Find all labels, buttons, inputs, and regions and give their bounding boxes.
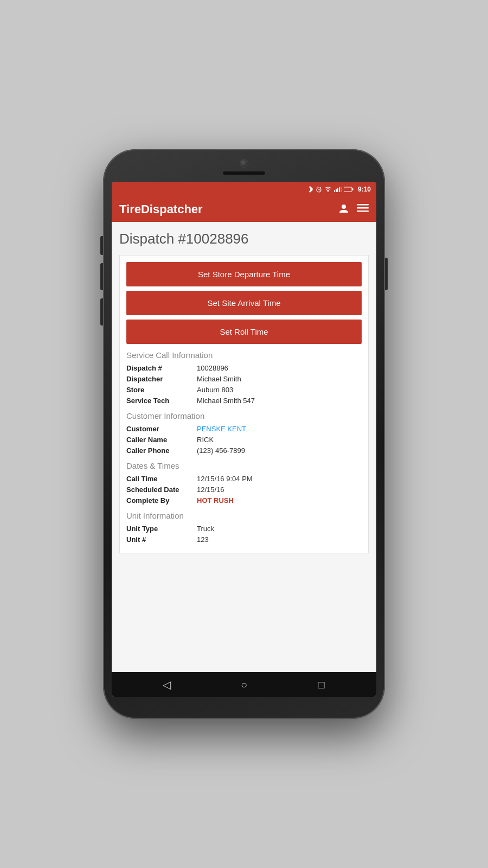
svg-rect-16 (357, 207, 369, 209)
store-row: Store Auburn 803 (126, 386, 362, 394)
logo-thin: Tire (119, 202, 141, 216)
svg-rect-6 (334, 190, 335, 192)
unit-type-value: Truck (197, 525, 214, 533)
store-label: Store (126, 386, 197, 394)
caller-name-value: RICK (197, 436, 214, 444)
svg-rect-10 (341, 187, 342, 192)
caller-phone-label: Caller Phone (126, 446, 197, 455)
status-time: 9:10 (358, 186, 371, 193)
wifi-icon (324, 187, 332, 192)
customer-row: Customer PENSKE KENT (126, 425, 362, 433)
action-buttons-card: Set Store Departure Time Set Site Arriva… (119, 255, 369, 553)
caller-phone-value[interactable]: (123) 456-7899 (197, 446, 245, 455)
caller-phone-row: Caller Phone (123) 456-7899 (126, 446, 362, 455)
dispatcher-row: Dispatcher Michael Smith (126, 375, 362, 383)
unit-info-section-title: Unit Information (126, 511, 362, 520)
unit-type-row: Unit Type Truck (126, 525, 362, 533)
back-button[interactable]: ◁ (157, 675, 176, 694)
dispatch-num-label: Dispatch # (126, 364, 197, 372)
scheduled-date-row: Scheduled Date 12/15/16 (126, 486, 362, 494)
customer-info-section-title: Customer Information (126, 411, 362, 420)
call-time-value: 12/15/16 9:04 PM (197, 475, 253, 483)
dispatch-num-row: Dispatch # 10028896 (126, 364, 362, 372)
header-icons (338, 203, 369, 216)
svg-line-3 (317, 187, 318, 188)
set-roll-time-button[interactable]: Set Roll Time (126, 320, 362, 344)
dispatcher-value: Michael Smith (197, 375, 241, 383)
svg-rect-12 (352, 188, 353, 190)
profile-button[interactable] (338, 203, 349, 216)
logo-bold: Dispatcher (141, 202, 203, 216)
main-content: Dispatch #10028896 Set Store Departure T… (112, 222, 376, 672)
dates-times-section-title: Dates & Times (126, 461, 362, 470)
page-title: Dispatch #10028896 (119, 231, 369, 247)
dispatcher-label: Dispatcher (126, 375, 197, 383)
scheduled-date-value: 12/15/16 (197, 486, 224, 494)
svg-point-5 (328, 192, 329, 193)
home-button[interactable]: ○ (235, 675, 253, 694)
call-time-label: Call Time (126, 475, 197, 483)
complete-by-label: Complete By (126, 496, 197, 505)
svg-line-4 (320, 187, 321, 188)
caller-name-row: Caller Name RICK (126, 436, 362, 444)
battery-icon (344, 187, 354, 192)
service-tech-label: Service Tech (126, 397, 197, 405)
menu-button[interactable] (357, 204, 369, 215)
customer-value[interactable]: PENSKE KENT (197, 425, 246, 433)
customer-label: Customer (126, 425, 197, 433)
caller-name-label: Caller Name (126, 436, 197, 444)
signal-icon (334, 187, 342, 192)
svg-rect-17 (357, 210, 369, 212)
service-tech-value: Michael Smith 547 (197, 397, 255, 405)
volume-down-button (100, 263, 103, 290)
svg-rect-8 (337, 188, 338, 192)
recents-button[interactable]: □ (312, 675, 331, 694)
app-header: TireDispatcher (112, 197, 376, 222)
svg-rect-7 (336, 189, 337, 192)
dispatch-num-value: 10028896 (197, 364, 228, 372)
unit-num-row: Unit # 123 (126, 535, 362, 544)
camera-button (100, 298, 103, 326)
svg-point-14 (342, 205, 346, 209)
unit-type-label: Unit Type (126, 525, 197, 533)
phone-top (112, 159, 376, 177)
complete-by-row: Complete By HOT RUSH (126, 496, 362, 505)
alarm-icon (316, 186, 322, 193)
store-value: Auburn 803 (197, 386, 233, 394)
scheduled-date-label: Scheduled Date (126, 486, 197, 494)
status-icons: 9:10 (308, 186, 371, 193)
app-logo: TireDispatcher (119, 202, 203, 216)
bluetooth-icon (308, 186, 313, 193)
set-store-departure-button[interactable]: Set Store Departure Time (126, 262, 362, 286)
unit-num-value: 123 (197, 535, 209, 544)
svg-rect-13 (344, 188, 349, 191)
phone-device: 9:10 TireDispatcher (103, 149, 385, 719)
status-bar: 9:10 (112, 182, 376, 197)
earpiece-speaker (222, 171, 266, 175)
phone-screen: 9:10 TireDispatcher (112, 182, 376, 697)
complete-by-value: HOT RUSH (197, 496, 234, 505)
unit-num-label: Unit # (126, 535, 197, 544)
service-call-section-title: Service Call Information (126, 350, 362, 360)
service-tech-row: Service Tech Michael Smith 547 (126, 397, 362, 405)
volume-up-button (100, 236, 103, 255)
power-button (385, 258, 388, 290)
front-camera (240, 159, 248, 168)
set-site-arrival-button[interactable]: Set Site Arrival Time (126, 291, 362, 315)
svg-rect-9 (339, 187, 340, 192)
navigation-bar: ◁ ○ □ (112, 672, 376, 697)
call-time-row: Call Time 12/15/16 9:04 PM (126, 475, 362, 483)
svg-rect-15 (357, 204, 369, 206)
